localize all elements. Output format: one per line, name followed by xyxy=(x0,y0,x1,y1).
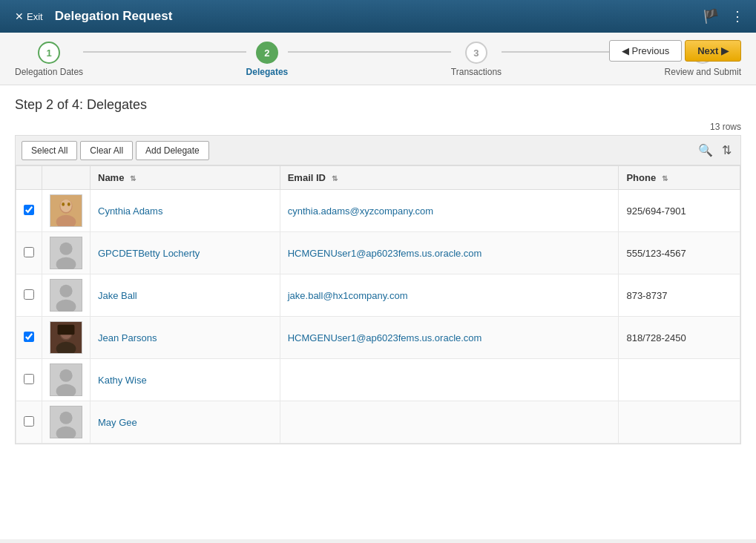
row-checkbox[interactable] xyxy=(24,247,34,257)
wizard-bar: 1 Delegation Dates 2 Delegates 3 Transac… xyxy=(0,33,756,85)
name-link[interactable]: May Gee xyxy=(98,417,137,428)
row-avatar-cell xyxy=(42,274,91,317)
row-avatar-cell xyxy=(42,359,91,401)
step-circle-3: 3 xyxy=(465,42,487,64)
row-checkbox-cell xyxy=(16,359,42,401)
row-avatar-cell xyxy=(42,317,91,359)
row-phone: 873-8737 xyxy=(619,274,740,317)
table-row: Cynthia Adamscynthia.adams@xyzcompany.co… xyxy=(16,190,740,232)
name-link[interactable]: GPCDETBetty Locherty xyxy=(98,248,200,259)
avatar-placeholder xyxy=(50,406,82,438)
row-name[interactable]: May Gee xyxy=(91,401,280,444)
col-header-phone[interactable]: Phone ⇅ xyxy=(619,166,740,190)
step-label-3: Transactions xyxy=(451,67,502,77)
avatar-placeholder xyxy=(50,279,82,312)
delegate-table: Name ⇅ Email ID ⇅ Phone ⇅ xyxy=(16,165,740,444)
row-avatar-cell xyxy=(42,190,91,232)
svg-rect-16 xyxy=(58,325,75,335)
email-link[interactable]: HCMGENUser1@ap6023fems.us.oracle.com xyxy=(288,248,482,259)
wizard-step-1[interactable]: 1 Delegation Dates xyxy=(15,42,83,77)
row-checkbox[interactable] xyxy=(24,416,34,427)
avatar xyxy=(50,321,82,354)
exit-button[interactable]: ✕ Exit xyxy=(9,7,49,25)
step-label-2: Delegates xyxy=(246,67,289,77)
page-title: Step 2 of 4: Delegates xyxy=(15,97,741,113)
svg-point-10 xyxy=(59,285,72,297)
row-phone xyxy=(619,401,740,444)
name-sort-icon: ⇅ xyxy=(130,174,136,182)
sort-button[interactable]: ⇅ xyxy=(719,140,734,160)
avatar xyxy=(50,194,82,227)
table-row: GPCDETBetty LochertyHCMGENUser1@ap6023fe… xyxy=(16,232,740,274)
email-link[interactable]: HCMGENUser1@ap6023fems.us.oracle.com xyxy=(288,332,482,343)
wizard-step-3[interactable]: 3 Transactions xyxy=(451,42,502,77)
table-row: Jake Balljake.ball@hx1company.com873-873… xyxy=(16,274,740,317)
row-name[interactable]: Jean Parsons xyxy=(91,317,280,359)
previous-button[interactable]: ◀ Previous xyxy=(609,40,682,62)
row-phone: 555/123-4567 xyxy=(619,232,740,274)
row-count: 13 rows xyxy=(15,122,741,132)
delegate-table-wrapper: Name ⇅ Email ID ⇅ Phone ⇅ xyxy=(15,165,741,444)
clear-all-button[interactable]: Clear All xyxy=(80,141,133,160)
row-email[interactable]: HCMGENUser1@ap6023fems.us.oracle.com xyxy=(280,232,619,274)
name-link[interactable]: Kathy Wise xyxy=(98,375,147,386)
wizard-nav-buttons: ◀ Previous Next ▶ xyxy=(609,40,741,62)
row-avatar-cell xyxy=(42,232,91,274)
step-connector-1-2 xyxy=(83,51,246,53)
table-toolbar: Select All Clear All Add Delegate 🔍 ⇅ xyxy=(15,135,741,165)
row-name[interactable]: Jake Ball xyxy=(91,274,280,317)
exit-label: Exit xyxy=(27,11,43,22)
delegate-tbody: Cynthia Adamscynthia.adams@xyzcompany.co… xyxy=(16,190,740,444)
search-icon: 🔍 xyxy=(698,144,713,157)
row-checkbox[interactable] xyxy=(24,289,34,300)
name-link[interactable]: Cynthia Adams xyxy=(98,205,162,217)
step-label-4: Review and Submit xyxy=(665,67,741,77)
row-name[interactable]: Cynthia Adams xyxy=(91,190,280,232)
step-label-1: Delegation Dates xyxy=(15,67,83,77)
flag-button[interactable]: 🏴 xyxy=(700,5,722,27)
row-email[interactable] xyxy=(280,359,619,401)
row-checkbox[interactable] xyxy=(24,205,34,215)
email-sort-icon: ⇅ xyxy=(332,174,338,182)
email-link[interactable]: cynthia.adams@xyzcompany.com xyxy=(288,205,433,217)
table-row: Jean ParsonsHCMGENUser1@ap6023fems.us.or… xyxy=(16,317,740,359)
row-name[interactable]: Kathy Wise xyxy=(91,359,280,401)
name-link[interactable]: Jean Parsons xyxy=(98,332,157,343)
select-all-button[interactable]: Select All xyxy=(22,141,77,160)
row-checkbox[interactable] xyxy=(24,374,34,384)
row-phone xyxy=(619,359,740,401)
add-delegate-button[interactable]: Add Delegate xyxy=(136,141,209,160)
table-header-row: Name ⇅ Email ID ⇅ Phone ⇅ xyxy=(16,166,740,190)
row-checkbox-cell xyxy=(16,317,42,359)
row-checkbox-cell xyxy=(16,401,42,444)
table-row: May Gee xyxy=(16,401,740,444)
email-link[interactable]: jake.ball@hx1company.com xyxy=(288,290,408,301)
step-circle-2: 2 xyxy=(256,42,278,64)
row-avatar-cell xyxy=(42,401,91,444)
col-header-checkbox xyxy=(16,166,42,190)
next-button[interactable]: Next ▶ xyxy=(685,40,741,62)
row-email[interactable]: cynthia.adams@xyzcompany.com xyxy=(280,190,619,232)
row-email[interactable] xyxy=(280,401,619,444)
row-checkbox[interactable] xyxy=(24,332,34,342)
app-header: ✕ Exit Delegation Request 🏴 ⋮ xyxy=(0,0,756,33)
col-header-name[interactable]: Name ⇅ xyxy=(91,166,280,190)
wizard-step-2[interactable]: 2 Delegates xyxy=(246,42,289,77)
svg-point-21 xyxy=(59,412,72,424)
col-header-avatar xyxy=(42,166,91,190)
row-email[interactable]: HCMGENUser1@ap6023fems.us.oracle.com xyxy=(280,317,619,359)
svg-point-18 xyxy=(59,369,72,382)
row-email[interactable]: jake.ball@hx1company.com xyxy=(280,274,619,317)
svg-point-3 xyxy=(60,200,71,212)
svg-point-7 xyxy=(59,243,72,255)
svg-point-5 xyxy=(68,203,70,206)
menu-button[interactable]: ⋮ xyxy=(728,5,747,27)
exit-icon: ✕ xyxy=(15,10,24,22)
row-name[interactable]: GPCDETBetty Locherty xyxy=(91,232,280,274)
col-header-email[interactable]: Email ID ⇅ xyxy=(280,166,619,190)
table-row: Kathy Wise xyxy=(16,359,740,401)
name-link[interactable]: Jake Ball xyxy=(98,290,137,301)
row-checkbox-cell xyxy=(16,232,42,274)
phone-sort-icon: ⇅ xyxy=(662,174,668,182)
search-button[interactable]: 🔍 xyxy=(695,140,716,160)
